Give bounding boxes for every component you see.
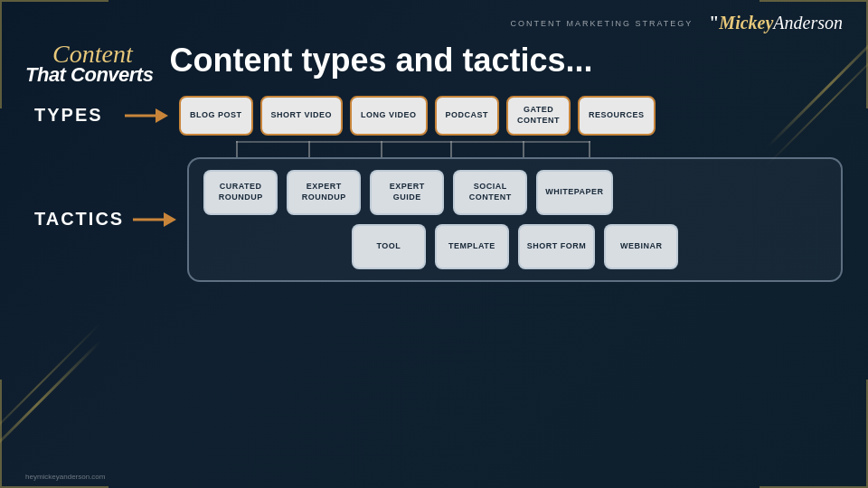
tactics-row1: CURATEDROUNDUP EXPERTROUNDUP EXPERTGUIDE… xyxy=(203,170,826,215)
type-box-blog-post: BLOG POST xyxy=(179,96,253,136)
header-row: Content That Converts Content types and … xyxy=(25,37,843,85)
connector-line-1 xyxy=(236,141,238,157)
tactic-template: TEMPLATE xyxy=(435,224,509,269)
tactics-area: TACTICS CURATEDROUNDUP EXPERTROUNDUP EXP… xyxy=(25,157,843,282)
types-row: TYPES BLOG POST SHORT VIDEO LONG VIDEO P… xyxy=(25,96,843,136)
types-arrow xyxy=(125,107,170,125)
logo-block: Content That Converts xyxy=(25,37,153,85)
tactic-webinar: WEBINAR xyxy=(604,224,678,269)
type-box-podcast: PODCAST xyxy=(435,96,500,136)
tactics-label: TACTICS xyxy=(34,209,124,230)
types-boxes: BLOG POST SHORT VIDEO LONG VIDEO PODCAST… xyxy=(179,96,656,136)
types-label: TYPES xyxy=(34,105,116,126)
brand-last-name: Anderson xyxy=(773,13,843,33)
connector-line-5 xyxy=(523,141,524,157)
tactic-curated-roundup: CURATEDROUNDUP xyxy=(203,170,278,215)
brand-quote-mark: " xyxy=(709,13,719,33)
tactic-expert-roundup: EXPERTROUNDUP xyxy=(287,170,361,215)
connector-horiz xyxy=(236,141,590,143)
footer: heymickeyanderson.com xyxy=(25,473,105,481)
tactic-tool: TOOL xyxy=(352,224,426,269)
footer-website: heymickeyanderson.com xyxy=(25,473,105,481)
tactic-expert-guide: EXPERTGUIDE xyxy=(370,170,444,215)
page-title: Content types and tactics... xyxy=(169,42,592,80)
tactics-row2: TOOL TEMPLATE SHORT FORM WEBINAR xyxy=(203,224,826,269)
type-box-resources: RESOURCES xyxy=(578,96,656,136)
top-bar: CONTENT MARKETING STRATEGY "MickeyAnders… xyxy=(25,13,843,33)
tactic-short-form: SHORT FORM xyxy=(518,224,596,269)
strategy-label: CONTENT MARKETING STRATEGY xyxy=(511,19,693,28)
connector-line-3 xyxy=(381,141,382,157)
type-box-gated-content: GATEDCONTENT xyxy=(506,96,571,136)
type-box-long-video: LONG VIDEO xyxy=(350,96,428,136)
logo-script: Content xyxy=(52,41,133,69)
brand-first-name: Mickey xyxy=(719,13,773,33)
connector-line-4 xyxy=(450,141,452,157)
connector-area xyxy=(202,141,843,157)
connector-line-2 xyxy=(308,141,310,157)
type-box-short-video: SHORT VIDEO xyxy=(260,96,344,136)
tactic-whitepaper: WHITEPAPER xyxy=(536,170,612,215)
main-content: CONTENT MARKETING STRATEGY "MickeyAnders… xyxy=(0,0,868,488)
tactics-arrow xyxy=(133,211,178,229)
tactics-box: CURATEDROUNDUP EXPERTROUNDUP EXPERTGUIDE… xyxy=(187,157,843,282)
connector-line-6 xyxy=(589,141,590,157)
brand-name: "MickeyAnderson xyxy=(709,13,843,33)
tactic-social-content: SOCIALCONTENT xyxy=(453,170,527,215)
